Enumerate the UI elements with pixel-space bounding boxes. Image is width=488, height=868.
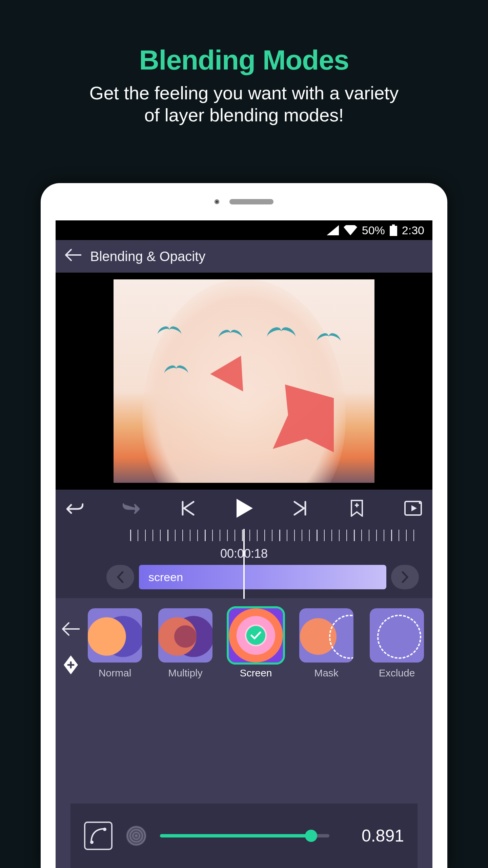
selected-check-icon: [246, 626, 265, 645]
diamond-plus-icon: [63, 655, 79, 675]
blend-label-normal: Normal: [99, 667, 131, 679]
back-button[interactable]: [65, 248, 81, 265]
opacity-slider-row: 0.891: [70, 804, 418, 868]
loop-button[interactable]: [404, 499, 422, 517]
timeline[interactable]: 00:00:18 screen: [56, 527, 432, 598]
hero-subtitle-line1: Get the feeling you want with a variety: [89, 83, 399, 103]
opacity-value: 0.891: [343, 826, 404, 846]
preview-image: [114, 279, 374, 483]
timeline-clip[interactable]: screen: [139, 565, 386, 589]
curve-icon: [90, 827, 107, 844]
redo-button: [122, 499, 140, 517]
play-icon: [235, 499, 253, 518]
seek-end-button[interactable]: [291, 499, 309, 517]
play-button[interactable]: [235, 499, 253, 517]
undo-button[interactable]: [66, 499, 84, 517]
blend-swatch-mask: [299, 608, 353, 663]
speaker-grille: [229, 199, 273, 204]
bookmark-add-button[interactable]: [348, 499, 366, 517]
blend-label-exclude: Exclude: [379, 667, 415, 679]
arrow-left-thin-icon: [62, 622, 80, 636]
svg-marker-3: [237, 499, 253, 518]
tablet-frame: 50% 2:30 Blending & Opacity: [41, 183, 447, 868]
arrow-left-icon: [65, 248, 81, 262]
clip-prev-button[interactable]: [106, 565, 134, 589]
app-bar-title: Blending & Opacity: [90, 249, 205, 264]
blend-swatch-exclude: [370, 608, 424, 663]
svg-rect-2: [390, 226, 397, 236]
clock-text: 2:30: [402, 224, 424, 237]
add-layer-button[interactable]: [63, 655, 79, 675]
app-screen: 50% 2:30 Blending & Opacity: [56, 220, 432, 868]
chevron-right-icon: [401, 571, 409, 583]
chevron-left-icon: [117, 571, 124, 583]
opacity-slider-thumb[interactable]: [305, 830, 317, 842]
undo-icon: [66, 501, 83, 515]
wifi-icon: [344, 225, 357, 235]
android-status-bar: 50% 2:30: [56, 220, 432, 240]
blend-label-mask: Mask: [314, 667, 339, 679]
panel-back-button[interactable]: [62, 622, 80, 636]
hero-subtitle: Get the feeling you want with a variety …: [0, 82, 488, 126]
bookmark-add-icon: [350, 500, 364, 517]
hero-subtitle-line2: of layer blending modes!: [144, 105, 344, 125]
redo-icon: [123, 501, 140, 515]
playhead[interactable]: [243, 529, 245, 599]
tablet-bezel: [41, 183, 447, 220]
loop-icon: [404, 500, 422, 516]
seek-start-button[interactable]: [179, 499, 197, 517]
clip-next-button[interactable]: [391, 565, 419, 589]
svg-marker-0: [327, 225, 339, 235]
app-bar: Blending & Opacity: [56, 240, 432, 273]
opacity-icon: [126, 826, 146, 846]
timeline-ruler: [130, 530, 419, 541]
preview-canvas[interactable]: [56, 273, 432, 490]
svg-point-8: [103, 828, 106, 831]
blend-swatch-screen: [229, 608, 283, 663]
svg-marker-5: [411, 505, 417, 511]
svg-point-7: [90, 841, 94, 844]
front-camera: [215, 199, 219, 204]
transport-controls: [56, 490, 432, 527]
seek-start-icon: [180, 500, 196, 516]
blend-swatch-multiply: [158, 608, 212, 663]
blend-label-screen: Screen: [240, 667, 272, 679]
blend-swatch-normal: [88, 608, 142, 663]
battery-icon: [390, 224, 397, 236]
svg-rect-1: [392, 224, 395, 226]
battery-percent: 50%: [362, 224, 385, 237]
seek-end-icon: [292, 500, 308, 516]
signal-icon: [327, 225, 339, 235]
opacity-slider[interactable]: [160, 834, 329, 837]
curve-editor-button[interactable]: [84, 822, 113, 850]
hero-title: Blending Modes: [0, 44, 488, 76]
blend-label-multiply: Multiply: [168, 667, 203, 679]
clip-label: screen: [148, 571, 183, 584]
